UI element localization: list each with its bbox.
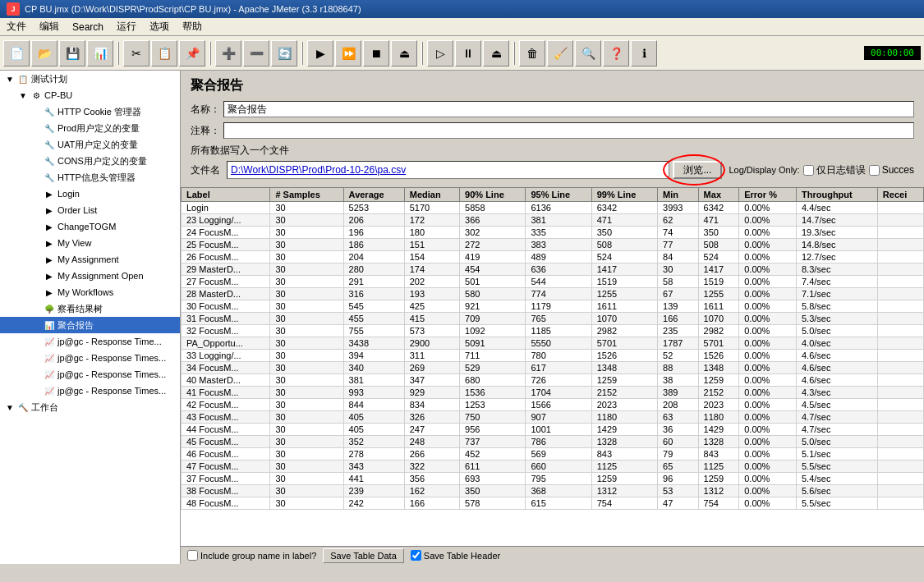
tree-item-cookie[interactable]: 🔧HTTP Cookie 管理器 <box>0 103 180 120</box>
table-row[interactable]: 47 FocusM...3034332261166011256511250.00… <box>182 461 924 473</box>
table-row[interactable]: 48 FocusM...30242166578615754477540.00%5… <box>182 497 924 510</box>
table-row[interactable]: 46 FocusM...30278266452569843798430.00%5… <box>182 448 924 461</box>
data-table-wrapper[interactable]: Label# SamplesAverageMedian90% Line95% L… <box>181 187 924 546</box>
refresh-button[interactable]: 🔄 <box>271 40 297 66</box>
name-input[interactable] <box>223 101 914 117</box>
column-header[interactable]: Throughput <box>797 188 878 202</box>
clear-button[interactable]: 🗑 <box>519 40 545 66</box>
save-button[interactable]: 💾 <box>59 40 85 66</box>
remove-button[interactable]: ➖ <box>243 40 269 66</box>
column-header[interactable]: 99% Line <box>591 188 657 202</box>
table-row[interactable]: PA_Opportu...303438290050915550570117875… <box>182 337 924 350</box>
remote-stop-button[interactable]: ⏸ <box>455 40 481 66</box>
start-no-pause-button[interactable]: ⏩ <box>335 40 361 66</box>
table-row[interactable]: 34 FocusM...3034026952961713488813480.00… <box>182 362 924 374</box>
tree-item-login[interactable]: ▶Login <box>0 186 180 202</box>
column-header[interactable]: # Samples <box>270 188 343 202</box>
tree-item-order-list[interactable]: ▶Order List <box>0 202 180 218</box>
comment-input[interactable] <box>223 122 914 139</box>
tree-item-resp3[interactable]: 📈jp@gc - Response Times... <box>0 366 180 383</box>
table-row[interactable]: Login3052535170585861366342399363420.00%… <box>182 202 924 214</box>
menu-options[interactable]: 选项 <box>143 18 176 35</box>
tree-item-resp4[interactable]: 📈jp@gc - Response Times... <box>0 383 180 399</box>
add-button[interactable]: ➕ <box>215 40 241 66</box>
table-row[interactable]: 32 FocusM...3075557310921185298223529820… <box>182 325 924 337</box>
menu-file[interactable]: 文件 <box>0 18 33 35</box>
table-row[interactable]: 37 FocusM...3044135669379512599612590.00… <box>182 473 924 485</box>
start-button[interactable]: ▶ <box>307 40 333 66</box>
tree-item-workbench[interactable]: ▼🔨工作台 <box>0 399 180 415</box>
tree-item-uat-var[interactable]: 🔧UAT用户定义的变量 <box>0 136 180 153</box>
tree-item-cons-var[interactable]: 🔧CONS用户定义的变量 <box>0 153 180 169</box>
shutdown-button[interactable]: ⏏ <box>391 40 417 66</box>
tree-item-prod-var[interactable]: 🔧Prod用户定义的变量 <box>0 120 180 136</box>
tree-item-my-assignment-open[interactable]: ▶My Assignment Open <box>0 268 180 284</box>
table-row[interactable]: 33 Logging/...3039431171178015265215260.… <box>182 350 924 362</box>
table-row[interactable]: 24 FocusM...30196180302335350743500.00%1… <box>182 227 924 239</box>
success-only-checkbox[interactable] <box>869 165 880 176</box>
table-row[interactable]: 28 MasterD...3031619358077412556712550.0… <box>182 288 924 300</box>
expand-icon[interactable]: ▼ <box>3 401 16 414</box>
table-row[interactable]: 27 FocusM...3029120250154415195815190.00… <box>182 276 924 288</box>
tree-item-plan[interactable]: ▼📋测试计划 <box>0 71 180 87</box>
column-header[interactable]: Recei <box>877 188 923 202</box>
paste-button[interactable]: 📌 <box>179 40 205 66</box>
tree-item-my-view[interactable]: ▶My View <box>0 235 180 251</box>
column-header[interactable]: Median <box>404 188 459 202</box>
open-button[interactable]: 📂 <box>31 40 57 66</box>
expand-icon[interactable]: ▼ <box>3 72 16 85</box>
column-header[interactable]: Min <box>658 188 699 202</box>
error-only-checkbox[interactable] <box>803 165 814 176</box>
table-row[interactable]: 43 FocusM...3040532675090711806311800.00… <box>182 411 924 424</box>
tree-item-change-togm[interactable]: ▶ChangeTOGM <box>0 218 180 235</box>
new-button[interactable]: 📄 <box>3 40 30 66</box>
column-header[interactable]: 90% Line <box>460 188 526 202</box>
column-header[interactable]: Error % <box>739 188 797 202</box>
save-table-data-button[interactable]: Save Table Data <box>323 548 404 563</box>
tree-item-result-tree[interactable]: 🌳察看结果树 <box>0 300 180 317</box>
save-header-checkbox-label[interactable]: Save Table Header <box>411 550 500 561</box>
column-header[interactable]: Max <box>698 188 739 202</box>
tree-item-http-mgr[interactable]: 🔧HTTP信息头管理器 <box>0 169 180 186</box>
tree-item-resp2[interactable]: 📈jp@gc - Response Times... <box>0 350 180 366</box>
save-as-button[interactable]: 📊 <box>87 40 113 66</box>
tree-item-resp1[interactable]: 📈jp@gc - Response Time... <box>0 333 180 350</box>
table-row[interactable]: 41 FocusM...3099392915361704215238921520… <box>182 387 924 399</box>
menu-help[interactable]: 帮助 <box>176 18 209 35</box>
include-group-checkbox-label[interactable]: Include group name in label? <box>187 550 316 561</box>
column-header[interactable]: Average <box>343 188 404 202</box>
expand-icon[interactable]: ▼ <box>16 89 30 102</box>
remote-start-button[interactable]: ▷ <box>427 40 453 66</box>
table-row[interactable]: 44 FocusM...30405247956100114293614290.0… <box>182 424 924 436</box>
clear-all-button[interactable]: 🧹 <box>547 40 573 66</box>
copy-button[interactable]: 📋 <box>151 40 177 66</box>
table-row[interactable]: 31 FocusM...30455415709765107016610700.0… <box>182 313 924 325</box>
stop-button[interactable]: ⏹ <box>363 40 389 66</box>
success-only-label[interactable]: Succes <box>869 164 914 176</box>
table-row[interactable]: 30 FocusM...305454259211179161113916110.… <box>182 300 924 313</box>
menu-run[interactable]: 运行 <box>110 18 143 35</box>
cut-button[interactable]: ✂ <box>123 40 149 66</box>
table-row[interactable]: 38 FocusM...3023916235036813125313120.00… <box>182 485 924 497</box>
about-button[interactable]: ℹ <box>631 40 657 66</box>
browse-button[interactable]: 浏览... <box>673 161 722 179</box>
file-path-input[interactable] <box>227 161 669 179</box>
tree-item-my-assignment[interactable]: ▶My Assignment <box>0 251 180 268</box>
save-header-checkbox[interactable] <box>411 550 421 561</box>
tree-item-cpbu[interactable]: ▼⚙CP-BU <box>0 87 180 103</box>
column-header[interactable]: 95% Line <box>526 188 591 202</box>
table-row[interactable]: 23 Logging/...30206172366381471624710.00… <box>182 214 924 227</box>
table-row[interactable]: 25 FocusM...30186151272383508775080.00%1… <box>182 239 924 251</box>
menu-edit[interactable]: 编辑 <box>33 18 66 35</box>
column-header[interactable]: Label <box>182 188 270 202</box>
error-only-label[interactable]: 仅日志错误 <box>803 163 866 177</box>
table-row[interactable]: 40 MasterD...3038134768072612593812590.0… <box>182 374 924 387</box>
table-row[interactable]: 45 FocusM...3035224873778613286013280.00… <box>182 436 924 448</box>
table-row[interactable]: 42 FocusM...3084483412531566202320820230… <box>182 399 924 411</box>
tree-item-my-workflows[interactable]: ▶My Workflows <box>0 284 180 300</box>
remote-shutdown-button[interactable]: ⏏ <box>483 40 509 66</box>
table-row[interactable]: 29 MasterD...3028017445463614173014170.0… <box>182 264 924 276</box>
table-row[interactable]: 26 FocusM...30204154419489524845240.00%1… <box>182 251 924 264</box>
include-group-checkbox[interactable] <box>187 550 198 561</box>
tree-item-aggregate[interactable]: 📊聚合报告 <box>0 317 180 333</box>
